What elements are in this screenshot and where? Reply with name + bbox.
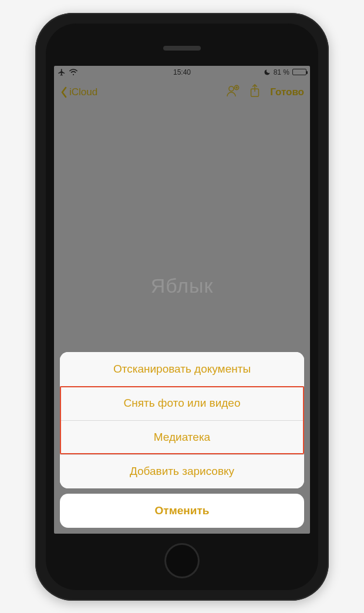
home-button[interactable] (164, 543, 200, 578)
phone-inner: 15:40 81 % iCloud (46, 24, 318, 590)
action-sheet: Отсканировать документы Снять фото или в… (54, 346, 310, 534)
status-time: 15:40 (173, 68, 191, 76)
status-bar: 15:40 81 % (54, 66, 310, 79)
chevron-left-icon (60, 86, 68, 98)
screen: 15:40 81 % iCloud (54, 66, 310, 534)
svg-point-1 (229, 86, 234, 91)
add-person-icon[interactable] (225, 84, 240, 101)
nav-back[interactable]: iCloud (60, 86, 97, 98)
phone-speaker (163, 46, 201, 51)
action-sheet-cancel-group: Отменить (60, 494, 304, 528)
share-icon[interactable] (249, 84, 261, 101)
svg-point-0 (73, 73, 74, 75)
nav-back-label: iCloud (69, 86, 97, 98)
nav-right: Готово (225, 84, 304, 101)
watermark: Яблык (151, 274, 214, 297)
airplane-icon (58, 68, 66, 76)
battery-percent: 81 % (274, 68, 289, 76)
status-right: 81 % (264, 68, 306, 76)
sheet-item-photo-library[interactable]: Медиатека (60, 420, 304, 454)
status-left (58, 68, 78, 76)
nav-bar: iCloud Готово (54, 79, 310, 106)
sheet-item-add-sketch[interactable]: Добавить зарисовку (60, 454, 304, 488)
sheet-cancel-button[interactable]: Отменить (60, 494, 304, 528)
moon-icon (264, 69, 271, 76)
phone-frame: 15:40 81 % iCloud (35, 13, 329, 601)
sheet-item-scan-documents[interactable]: Отсканировать документы (60, 352, 304, 386)
action-sheet-group: Отсканировать документы Снять фото или в… (60, 352, 304, 488)
done-button[interactable]: Готово (270, 86, 304, 98)
sheet-item-take-photo-video[interactable]: Снять фото или видео (60, 386, 304, 420)
battery-icon (292, 69, 306, 75)
wifi-icon (69, 69, 78, 76)
